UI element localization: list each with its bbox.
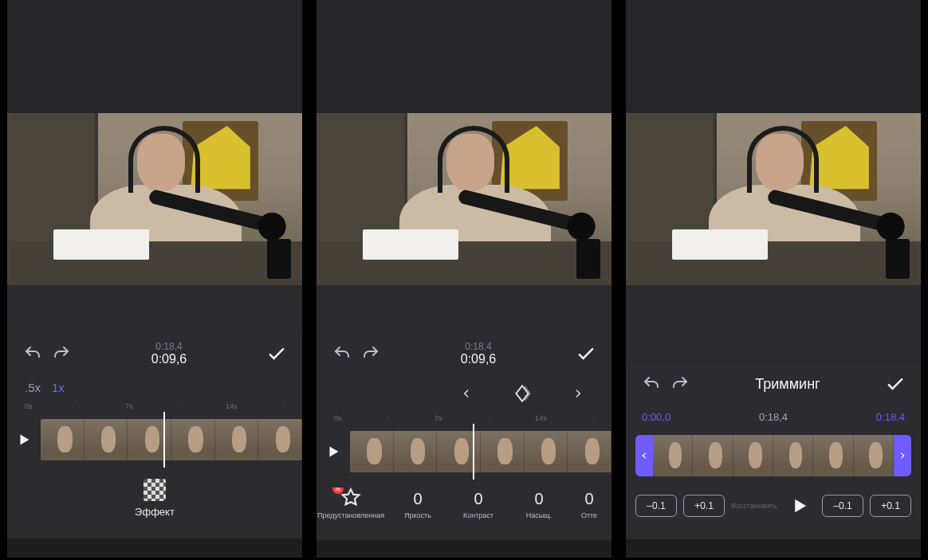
video-preview[interactable] (7, 113, 302, 285)
confirm-button[interactable] (262, 339, 291, 368)
filmstrip[interactable] (626, 428, 921, 484)
end-plus-button[interactable]: +0.1 (870, 495, 911, 517)
effect-label: Эффект (135, 506, 175, 518)
effect-icon[interactable] (144, 479, 166, 501)
filmstrip[interactable] (317, 424, 611, 480)
under-video-spacer (7, 285, 302, 335)
start-minus-button[interactable]: –0.1 (635, 495, 677, 517)
time-display: 0:18,4 0:09,6 (461, 342, 496, 366)
speed-selector[interactable]: .5x 1x (7, 373, 302, 402)
confirm-button[interactable] (572, 339, 600, 368)
start-plus-button[interactable]: +0.1 (683, 495, 725, 517)
contrast-value: 0 (474, 490, 482, 508)
next-button[interactable] (564, 379, 592, 408)
tick-2: 14s (226, 402, 238, 410)
trim-handle-right[interactable] (894, 435, 911, 476)
top-spacer (626, 0, 921, 113)
timeline-ticks: 0s · 7s · 14s · (7, 402, 302, 412)
keyframe-icon[interactable] (508, 379, 537, 408)
trim-start-time: 0:00,0 (642, 411, 670, 423)
trim-end-time: 0:18,4 (876, 411, 905, 423)
brightness-control[interactable]: 0 Яркость (387, 490, 448, 519)
top-spacer (7, 0, 302, 113)
editor-panel-trim: Тримминг 0:00,0 0:18,4 0:18,4 –0.1 +0.1 … (626, 0, 921, 558)
undo-button[interactable] (637, 370, 666, 398)
filmstrip[interactable] (7, 412, 302, 468)
speed-half[interactable]: .5x (25, 381, 41, 394)
trim-mid-time: 0:18,4 (759, 411, 788, 423)
speed-one[interactable]: 1x (52, 381, 65, 394)
time-current: 0:09,6 (151, 352, 187, 366)
play-button[interactable] (15, 431, 33, 448)
preset-button[interactable]: N Предустановленная (314, 488, 387, 519)
tick-1: 7s (125, 402, 133, 410)
time-total: 0:18,4 (465, 342, 491, 352)
time-total: 0:18,4 (155, 342, 182, 352)
brightness-value: 0 (413, 490, 422, 508)
saturation-label: Насыщ. (526, 511, 552, 519)
confirm-button[interactable] (881, 370, 910, 398)
prev-button[interactable] (452, 379, 481, 408)
redo-button[interactable] (47, 339, 76, 368)
play-button[interactable] (324, 443, 342, 460)
editor-panel-adjust: 0:18,4 0:09,6 0s · 7s · 14s · (317, 0, 611, 558)
redo-button[interactable] (356, 339, 385, 368)
trim-handle-left[interactable] (635, 435, 653, 476)
undo-button[interactable] (18, 339, 47, 368)
brightness-label: Яркость (404, 511, 431, 519)
under-video-spacer (317, 285, 611, 335)
tick-0: 0s (25, 402, 33, 410)
hue-value: 0 (584, 490, 593, 508)
time-current: 0:09,6 (461, 352, 496, 366)
tick-1: 7s (435, 414, 442, 422)
preset-label: Предустановленная (317, 511, 384, 519)
video-preview[interactable] (317, 113, 611, 285)
hue-control[interactable]: 0 Отте (569, 490, 609, 519)
tick-2: 14s (535, 414, 547, 422)
saturation-value: 0 (534, 490, 543, 508)
top-spacer (317, 0, 611, 113)
contrast-control[interactable]: 0 Контраст (448, 490, 509, 519)
play-button[interactable] (788, 495, 811, 517)
video-preview[interactable] (626, 113, 921, 285)
tick-0: 0s (334, 414, 342, 422)
time-display: 0:18,4 0:09,6 (151, 342, 187, 366)
restore-label[interactable]: Восстановить (731, 502, 777, 510)
end-minus-button[interactable]: –0.1 (822, 495, 863, 517)
panel-title: Тримминг (755, 376, 820, 393)
contrast-label: Контраст (463, 511, 493, 519)
hue-label: Отте (581, 511, 597, 519)
under-video-spacer (626, 285, 921, 365)
timeline-ticks: 0s · 7s · 14s · (317, 414, 611, 424)
editor-panel-effect: 0:18,4 0:09,6 .5x 1x 0s · 7s · 14s · Эфф… (7, 0, 302, 558)
undo-button[interactable] (328, 339, 356, 368)
redo-button[interactable] (666, 370, 694, 398)
saturation-control[interactable]: 0 Насыщ. (509, 490, 569, 519)
